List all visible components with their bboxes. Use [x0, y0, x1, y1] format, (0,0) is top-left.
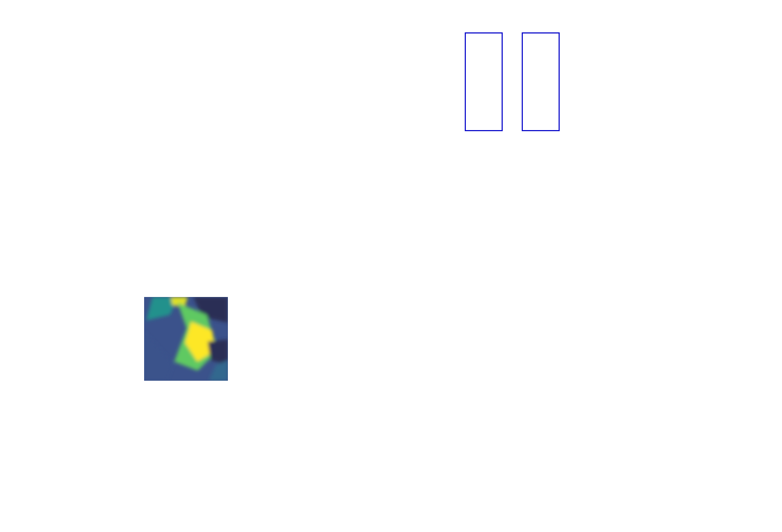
line-fit-plot — [572, 29, 743, 127]
clean-image — [522, 32, 560, 131]
cutout-kpno-g — [239, 297, 323, 381]
fiber-positions-overlay — [38, 297, 122, 381]
elixer-report-page — [0, 0, 782, 532]
with-sky-image — [465, 32, 503, 131]
kpno-overlay — [239, 297, 323, 381]
cutout-hsc-r — [349, 297, 433, 381]
footer-accent-bar — [54, 527, 728, 532]
cutout-lineflux-map — [144, 297, 228, 381]
hsc-overlay — [349, 297, 433, 381]
lineflux-map-overlay — [144, 297, 228, 381]
full-spectrum-plot — [56, 193, 725, 245]
cutout-fiber-positions — [38, 297, 122, 381]
